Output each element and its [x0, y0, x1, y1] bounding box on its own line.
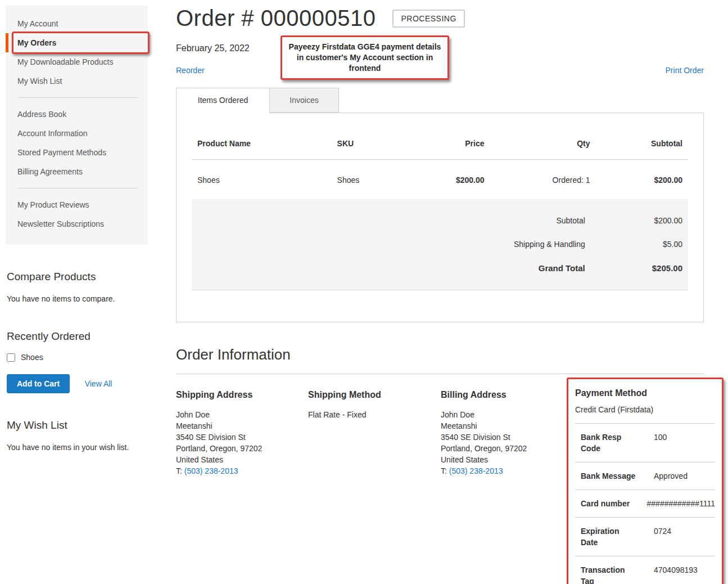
address-line: Portland, Oregon, 97202 — [176, 443, 300, 454]
nav-group-orders: My Account My Orders My Downloadable Pro… — [6, 14, 148, 91]
payment-method-block: Payment Method Credit Card (Firstdata) B… — [567, 378, 724, 584]
add-to-cart-button[interactable]: Add to Cart — [7, 374, 70, 393]
payment-method-heading: Payment Method — [575, 388, 715, 398]
payment-detail-label: Expiration Date — [581, 525, 638, 548]
payment-detail-value: 0724 — [654, 525, 671, 548]
items-ordered-panel: Product Name SKU Price Qty Subtotal Shoe… — [176, 113, 704, 322]
col-header-price: Price — [404, 130, 490, 160]
shipping-method-value: Flat Rate - Fixed — [308, 409, 432, 420]
address-line: John Doe — [441, 409, 564, 420]
totals-row-grand-total: Grand Total $205.00 — [192, 256, 682, 280]
totals-label: Grand Total — [192, 263, 585, 273]
cell-qty: Ordered: 1 — [490, 160, 595, 200]
address-line: Meetanshi — [441, 420, 564, 432]
address-line: Meetanshi — [176, 420, 300, 432]
recently-ordered-checkbox[interactable] — [7, 353, 15, 362]
payment-detail-value: 100 — [654, 432, 667, 454]
cell-product-name: Shoes — [192, 160, 332, 200]
wishlist-block: My Wish List You have no items in your w… — [6, 419, 148, 453]
shipping-method-block: Shipping Method Flat Rate - Fixed — [308, 390, 432, 420]
col-header-qty: Qty — [490, 130, 595, 160]
totals-value: $5.00 — [585, 240, 682, 249]
payment-method-name: Credit Card (Firstdata) — [575, 405, 715, 414]
cell-sku: Shoes — [332, 160, 404, 200]
cell-price: $200.00 — [404, 160, 490, 200]
col-header-subtotal: Subtotal — [596, 130, 688, 160]
annotation-note: Payeezy Firstdata GGE4 payment details i… — [281, 35, 449, 80]
cell-subtotal: $200.00 — [596, 160, 688, 200]
billing-address-heading: Billing Address — [441, 390, 564, 400]
totals-value: $205.00 — [585, 263, 682, 273]
totals-label: Shipping & Handling — [192, 240, 585, 249]
address-phone-line: T: (503) 238-2013 — [176, 465, 300, 477]
recently-ordered-item-label: Shoes — [21, 353, 43, 362]
tab-items-ordered[interactable]: Items Ordered — [176, 88, 270, 113]
payment-detail-row-transaction-tag: Transaction Tag 4704098193 — [575, 556, 715, 584]
recently-ordered-block: Recently Ordered Shoes Add to Cart View … — [6, 330, 148, 393]
compare-products-empty-text: You have no items to compare. — [7, 293, 148, 304]
phone-prefix: T: — [441, 466, 449, 475]
sidebar-item-my-account[interactable]: My Account — [6, 14, 148, 33]
address-phone-line: T: (503) 238-2013 — [441, 465, 564, 477]
recently-ordered-actions: Add to Cart View All — [7, 374, 148, 393]
nav-separator — [17, 97, 138, 98]
compare-products-title: Compare Products — [7, 271, 148, 283]
address-line: United States — [176, 454, 300, 465]
sidebar-item-address-book[interactable]: Address Book — [6, 105, 148, 124]
page: My Account My Orders My Downloadable Pro… — [0, 0, 728, 584]
sidebar-item-label: My Orders — [17, 38, 56, 47]
billing-address-block: Billing Address John Doe Meetanshi 3540 … — [441, 390, 564, 477]
address-line: 3540 SE Division St — [441, 432, 564, 443]
tab-invoices[interactable]: Invoices — [270, 88, 339, 113]
print-order-link[interactable]: Print Order — [666, 66, 704, 75]
address-line: Portland, Oregon, 97202 — [441, 443, 564, 454]
wishlist-title: My Wish List — [7, 419, 148, 432]
order-date: February 25, 2022 — [176, 43, 250, 53]
sidebar-item-billing-agreements[interactable]: Billing Agreements — [6, 162, 148, 181]
shipping-phone-link[interactable]: (503) 238-2013 — [184, 466, 238, 475]
order-header: Order # 000000510 PROCESSING — [176, 6, 704, 31]
billing-phone-link[interactable]: (503) 238-2013 — [449, 466, 503, 475]
table-row: Shoes Shoes $200.00 Ordered: 1 $200.00 — [192, 160, 688, 200]
payment-detail-row-bank-message: Bank Message Approved — [575, 462, 715, 489]
payment-detail-value: Approved — [654, 470, 688, 482]
col-header-product-name: Product Name — [192, 130, 332, 160]
payment-detail-value: 4704098193 — [654, 564, 698, 584]
payment-detail-label: Bank Message — [581, 470, 638, 482]
compare-products-block: Compare Products You have no items to co… — [6, 271, 148, 304]
totals-label: Subtotal — [192, 216, 585, 225]
payment-detail-row-bank-resp-code: Bank Resp Code 100 — [575, 423, 715, 462]
sidebar-item-my-product-reviews[interactable]: My Product Reviews — [6, 195, 148, 214]
payment-detail-label: Card number — [581, 498, 631, 509]
reorder-link[interactable]: Reorder — [176, 66, 205, 75]
totals-row-subtotal: Subtotal $200.00 — [192, 209, 682, 232]
sidebar-item-my-downloadable-products[interactable]: My Downloadable Products — [6, 52, 148, 71]
items-table: Product Name SKU Price Qty Subtotal Shoe… — [192, 130, 688, 199]
order-information: Shipping Address John Doe Meetanshi 3540… — [176, 374, 704, 584]
nav-separator — [17, 188, 138, 188]
payment-detail-value: ############1111 — [647, 498, 715, 509]
shipping-address-block: Shipping Address John Doe Meetanshi 3540… — [176, 390, 300, 477]
sidebar-item-account-information[interactable]: Account Information — [6, 124, 148, 143]
recently-ordered-title: Recently Ordered — [7, 330, 148, 343]
payment-detail-label: Bank Resp Code — [581, 432, 638, 454]
sidebar-item-my-wish-list[interactable]: My Wish List — [6, 71, 148, 91]
wishlist-empty-text: You have no items in your wish list. — [7, 442, 148, 453]
payment-detail-row-card-number: Card number ############1111 — [575, 489, 715, 517]
order-information-title: Order Information — [176, 346, 704, 374]
order-status-badge: PROCESSING — [392, 10, 464, 28]
address-line: United States — [441, 454, 564, 465]
address-line: 3540 SE Division St — [176, 432, 300, 443]
page-title: Order # 000000510 — [176, 6, 376, 31]
order-tabs: Items Ordered Invoices — [176, 88, 704, 113]
col-header-sku: SKU — [332, 130, 404, 160]
payment-detail-label: Transaction Tag — [581, 564, 638, 584]
account-nav: My Account My Orders My Downloadable Pro… — [6, 6, 148, 245]
totals-value: $200.00 — [585, 216, 682, 225]
nav-group-misc: My Product Reviews Newsletter Subscripti… — [6, 195, 148, 233]
shipping-method-heading: Shipping Method — [308, 390, 432, 400]
sidebar-item-stored-payment-methods[interactable]: Stored Payment Methods — [6, 143, 148, 162]
view-all-link[interactable]: View All — [85, 379, 112, 388]
sidebar-item-newsletter-subscriptions[interactable]: Newsletter Subscriptions — [6, 214, 148, 233]
sidebar-item-my-orders[interactable]: My Orders — [6, 33, 148, 52]
